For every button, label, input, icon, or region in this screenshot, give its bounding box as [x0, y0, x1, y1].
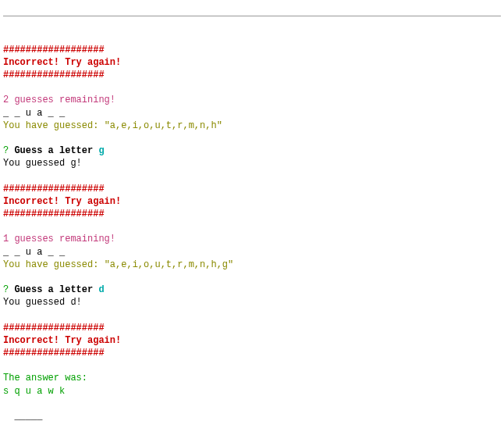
word-progress: _ _ u a _ _	[3, 108, 65, 119]
hash-line: ##################	[3, 348, 105, 359]
guessed-label: You have guessed:	[3, 120, 105, 131]
guess-input: g	[98, 145, 104, 156]
you-guessed: You guessed d!	[3, 297, 82, 308]
ascii-art-line: _____	[3, 411, 48, 421]
word-progress: _ _ u a _ _	[3, 247, 65, 258]
hash-line: ##################	[3, 209, 105, 219]
answer-value: s q u a w k	[3, 386, 65, 397]
guessed-label: You have guessed:	[3, 259, 105, 270]
incorrect-msg: Incorrect! Try again!	[3, 335, 121, 346]
hash-line: ##################	[3, 45, 105, 55]
remaining-guesses: 2 guesses remaining!	[3, 95, 115, 105]
guessed-letters: "a,e,i,o,u,t,r,m,n,h"	[105, 120, 222, 131]
hash-line: ##################	[3, 323, 105, 334]
terminal-output: ################## Incorrect! Try again!…	[3, 44, 501, 421]
guess-prompt: Guess a letter	[9, 284, 98, 295]
guess-prompt: Guess a letter	[9, 145, 98, 156]
window-top-border	[3, 16, 501, 16]
answer-label: The answer was:	[3, 373, 87, 384]
guess-input: d	[98, 284, 104, 295]
remaining-guesses: 1 guesses remaining!	[3, 234, 115, 244]
hash-line: ##################	[3, 184, 105, 194]
guessed-letters: "a,e,i,o,u,t,r,m,n,h,g"	[105, 259, 234, 270]
incorrect-msg: Incorrect! Try again!	[3, 196, 121, 207]
you-guessed: You guessed g!	[3, 158, 82, 169]
hash-line: ##################	[3, 70, 105, 80]
incorrect-msg: Incorrect! Try again!	[3, 57, 121, 68]
